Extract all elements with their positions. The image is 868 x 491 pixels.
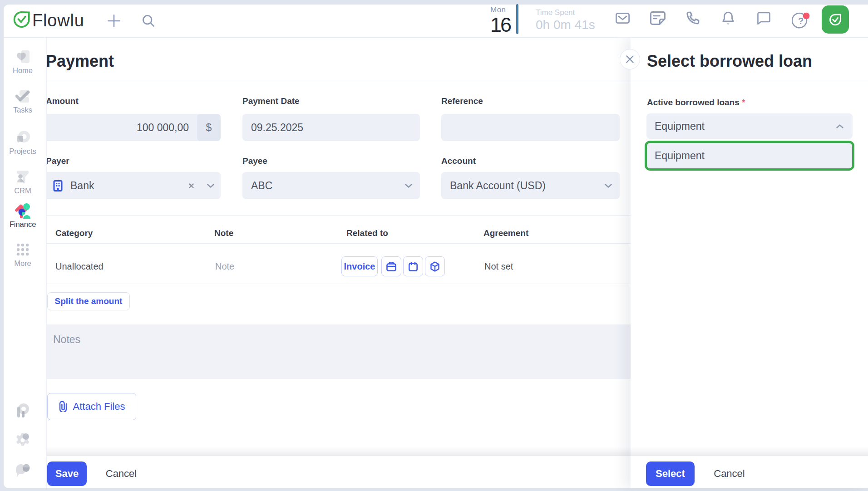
svg-text:?: ?: [798, 16, 804, 26]
